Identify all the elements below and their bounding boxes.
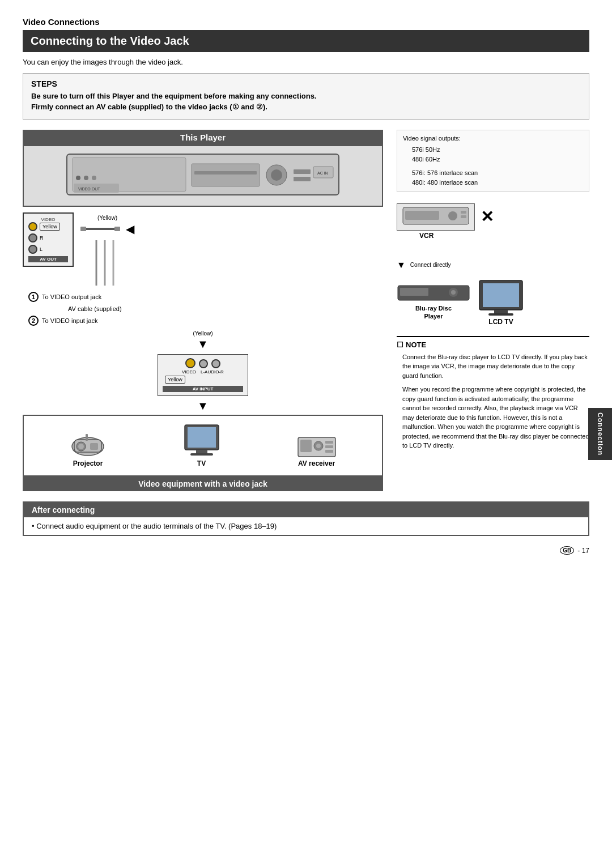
note-item-1: Connect the Blu-ray disc player to LCD T… (397, 352, 589, 381)
projector-item: Projector (70, 429, 107, 467)
equipment-row: Projector TV (23, 415, 383, 476)
svg-rect-48 (483, 283, 519, 307)
page-number: - 17 (577, 547, 589, 555)
svg-rect-49 (494, 310, 508, 313)
projector-svg (70, 429, 107, 458)
vcr-lcd-area: ✕ VCR ▼ Connect directly (397, 203, 589, 326)
vcr-label-spacer (397, 240, 589, 243)
step-1: Be sure to turn off this Player and the … (31, 92, 581, 100)
av-receiver-label: AV receiver (297, 459, 337, 467)
after-connecting-box: After connecting • Connect audio equipme… (23, 501, 589, 536)
diagram-area: This Player (23, 130, 589, 491)
projector-label: Projector (70, 459, 107, 467)
av-cable-label: AV cable (supplied) (68, 305, 383, 312)
jack1-label: 1 To VIDEO output jack (28, 292, 383, 302)
av-input-label: AV INPUT (163, 386, 243, 392)
svg-rect-2 (192, 164, 260, 186)
svg-point-46 (451, 290, 456, 295)
svg-rect-42 (461, 215, 466, 218)
r-audio-jack (211, 359, 220, 368)
svg-rect-44 (400, 288, 428, 296)
r-label: R (40, 235, 44, 241)
svg-point-24 (78, 444, 84, 449)
steps-title: STEPS (31, 79, 581, 88)
svg-rect-35 (325, 441, 333, 444)
audio-r-row: R (28, 233, 68, 242)
right-column: Video signal outputs: 576i 50Hz 480i 60H… (397, 130, 589, 491)
yellow-label-box: Yellow (40, 223, 60, 231)
yellow-circle-bottom: Yellow (165, 376, 185, 384)
svg-rect-29 (196, 450, 207, 453)
audio-r-circle (28, 233, 37, 242)
av-out-panel: VIDEO Yellow R (23, 212, 74, 267)
lcd-tv-device: LCD TV (478, 279, 524, 326)
circle-2: 2 (28, 316, 39, 326)
blu-ray-svg (397, 284, 470, 303)
svg-rect-32 (300, 440, 312, 452)
svg-rect-16 (86, 228, 114, 230)
av-out-bar: AV OUT (28, 256, 68, 262)
blu-ray-device: Blu-ray Disc Player (397, 284, 470, 321)
l-audio-jack (199, 359, 208, 368)
signal-line-4: 480i: 480 interlace scan (403, 178, 583, 188)
lcd-tv-row: Blu-ray Disc Player LCD TV (397, 279, 589, 326)
section-title: Video Connections (23, 17, 589, 27)
jack1-text: To VIDEO output jack (42, 293, 101, 300)
video-input-jacks (163, 358, 243, 368)
svg-rect-30 (190, 453, 213, 456)
lcd-tv-svg (478, 279, 524, 316)
svg-rect-50 (488, 313, 513, 316)
note-content: Connect the Blu-ray disc player to LCD T… (397, 352, 589, 450)
step-2: Firmly connect an AV cable (supplied) to… (31, 103, 581, 111)
l-label: L (40, 246, 42, 252)
svg-rect-28 (188, 427, 216, 448)
steps-box: STEPS Be sure to turn off this Player an… (23, 73, 589, 120)
vcr-device (397, 203, 475, 231)
after-connecting-content: • Connect audio equipment or the audio t… (24, 517, 588, 535)
after-connecting-title: After connecting (24, 503, 588, 517)
svg-rect-7 (294, 177, 311, 181)
player-device-svg: AC IN VIDEO OUT (27, 150, 379, 201)
note-box: ☐ NOTE Connect the Blu-ray disc player t… (397, 336, 589, 450)
av-out-label: VIDEO (28, 217, 68, 222)
audio-l-circle (28, 245, 37, 254)
av-receiver-item: AV receiver (297, 436, 337, 467)
audio-l-row: L (28, 245, 68, 254)
this-player-label: This Player (23, 130, 383, 145)
svg-point-5 (271, 169, 282, 181)
svg-rect-26 (86, 434, 88, 441)
page-number-area: GB - 17 (23, 546, 589, 555)
jack2-text: To VIDEO input jack (42, 317, 97, 324)
lcd-tv-label: LCD TV (478, 318, 524, 326)
svg-text:VIDEO OUT: VIDEO OUT (78, 187, 100, 191)
video-equipment-label: Video equipment with a video jack (23, 476, 383, 491)
svg-rect-39 (405, 211, 439, 220)
svg-rect-6 (294, 169, 311, 174)
x-mark-vcr: ✕ (481, 209, 494, 225)
cable-lines-svg (85, 240, 130, 286)
svg-rect-36 (325, 445, 333, 448)
player-device: AC IN VIDEO OUT (23, 145, 383, 207)
jack2-label: 2 To VIDEO input jack (28, 316, 383, 326)
svg-point-12 (76, 176, 80, 180)
tv-item: TV (182, 424, 222, 467)
blu-ray-label: Blu-ray Disc Player (397, 304, 470, 321)
tv-svg (182, 424, 222, 458)
signal-title: Video signal outputs: (403, 134, 583, 144)
signal-line-1: 480i 60Hz (403, 155, 583, 165)
note-icon: ☐ (397, 341, 403, 349)
signal-info-box: Video signal outputs: 576i 50Hz 480i 60H… (397, 130, 589, 192)
svg-rect-25 (90, 443, 98, 450)
yellow-circle (28, 222, 37, 231)
circle-1: 1 (28, 292, 39, 302)
vcr-svg (402, 206, 470, 226)
av-receiver-svg (297, 436, 337, 458)
svg-rect-37 (325, 450, 333, 453)
svg-rect-3 (194, 171, 257, 175)
signal-line-3: 576i: 576 interlace scan (403, 168, 583, 178)
yellow-jack-row: Yellow (28, 222, 68, 231)
connect-directly-label: Connect directly (410, 262, 451, 268)
page-container: Video Connections Connecting to the Vide… (23, 17, 589, 555)
yellow-bottom: (Yellow) (23, 330, 383, 337)
svg-text:AC IN: AC IN (317, 171, 328, 175)
